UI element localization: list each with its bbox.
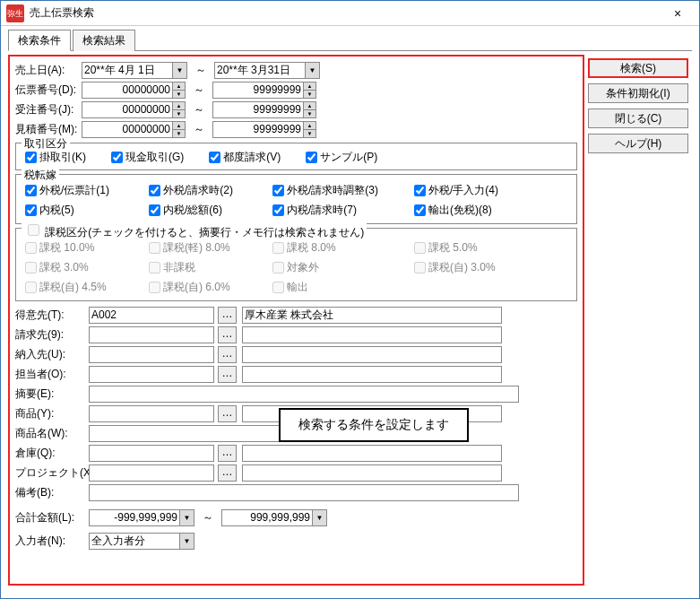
product-code[interactable] [89,405,214,422]
cb-tax-3[interactable]: 外税/手入力(4) [410,180,527,200]
close-icon[interactable]: × [661,3,694,24]
cb-class-5: 課税 3.0% [22,257,138,277]
label-estno: 見積番号(M): [15,122,82,137]
app-logo: 弥生 [6,4,24,22]
group-transaction-type: 取引区分 掛取引(K) 現金取引(G) 都度請求(V) サンプル(P) [15,143,577,170]
cb-class-1: 課税 10.0% [22,238,138,257]
slipno-from[interactable]: ▲▼ [82,82,186,99]
orderno-from[interactable]: ▲▼ [82,101,186,118]
cb-class-9: 課税(自) 4.5% [22,277,138,297]
label-orderno: 受注番号(J): [15,102,82,117]
shipto-lookup-button[interactable]: … [218,346,237,363]
label-inputuser: 入力者(N): [15,534,89,549]
cb-tax-7[interactable]: 輸出(免税)(8) [410,200,527,220]
project-code[interactable] [89,464,214,482]
estno-from[interactable]: ▲▼ [82,121,186,138]
chevron-down-icon[interactable]: ▼ [179,510,194,525]
estno-to[interactable]: ▲▼ [212,121,316,138]
customer-code[interactable]: A002 [89,307,214,324]
cb-tax-6[interactable]: 内税/請求時(7) [269,200,403,220]
cb-tax-5[interactable]: 内税/総額(6) [145,200,262,220]
date-to[interactable]: ▼ [214,62,320,79]
inputuser-select[interactable]: ▼ [89,533,194,550]
project-lookup-button[interactable]: … [218,464,237,482]
cb-class-3: 課税 8.0% [269,238,403,257]
chevron-down-icon[interactable]: ▼ [179,534,194,549]
cb-tax-1[interactable]: 外税/請求時(2) [145,180,262,200]
billto-name[interactable] [242,326,502,343]
product-lookup-button[interactable]: … [218,405,237,422]
slipno-to[interactable]: ▲▼ [212,82,316,99]
summary-field[interactable] [89,386,519,403]
cb-class-4: 課税 5.0% [410,238,527,257]
cb-tax-2[interactable]: 外税/請求時調整(3) [269,180,403,200]
tooltip-callout: 検索する条件を設定します [279,408,469,442]
customer-lookup-button[interactable]: … [218,307,237,324]
cb-tax-4[interactable]: 内税(5) [22,200,138,220]
date-from[interactable]: ▼ [82,62,187,79]
warehouse-name[interactable] [242,445,502,462]
chevron-down-icon[interactable]: ▼ [305,63,319,78]
label-productName: 商品名(W): [15,426,89,441]
tab-results[interactable]: 検索結果 [73,30,135,51]
cb-trans-2[interactable]: 都度請求(V) [205,149,281,166]
label-project: プロジェクト(X): [15,465,89,481]
cb-class-8: 課税(自) 3.0% [410,257,527,277]
label-shipto: 納入先(U): [15,347,89,362]
label-warehouse: 倉庫(Q): [15,446,89,461]
label-slipno: 伝票番号(D): [15,82,82,98]
group-tax-class: 課税区分(チェックを付けると、摘要行・メモ行は検索されません) 課税 10.0%… [15,228,577,301]
label-date: 売上日(A): [15,63,82,78]
window-title: 売上伝票検索 [30,5,661,21]
cb-tax-0[interactable]: 外税/伝票計(1) [22,180,138,200]
amount-to[interactable]: ▼ [221,509,327,526]
billto-code[interactable] [89,326,214,343]
cb-class-6: 非課税 [145,257,262,277]
label-assignee: 担当者(O): [15,367,89,382]
tabbar: 検索条件 検索結果 [8,29,692,51]
spin-down-icon[interactable]: ▼ [173,91,185,98]
label-amount: 合計金額(L): [15,510,89,525]
reset-button[interactable]: 条件初期化(I) [588,83,688,103]
label-product: 商品(Y): [15,406,89,421]
assignee-code[interactable] [89,366,214,383]
shipto-name[interactable] [242,346,502,363]
billto-lookup-button[interactable]: … [218,326,237,343]
chevron-down-icon[interactable]: ▼ [172,63,186,78]
chevron-down-icon[interactable]: ▼ [312,510,326,525]
orderno-to[interactable]: ▲▼ [212,101,316,118]
cb-class-10: 課税(自) 6.0% [145,277,262,297]
spin-up-icon[interactable]: ▲ [173,82,185,91]
warehouse-code[interactable] [89,445,214,462]
cb-class-7: 対象外 [269,257,403,277]
cb-trans-3[interactable]: サンプル(P) [302,149,377,166]
cb-class-11: 輸出 [269,277,403,297]
amount-from[interactable]: ▼ [89,509,194,526]
label-summary: 摘要(E): [15,386,89,402]
close-button[interactable]: 閉じる(C) [588,109,688,128]
project-name[interactable] [242,464,502,482]
tab-conditions[interactable]: 検索条件 [8,30,71,51]
cb-class-2: 課税(軽) 8.0% [145,238,262,257]
assignee-name[interactable] [242,366,502,383]
group-tax-shift: 税転嫁 外税/伝票計(1) 外税/請求時(2) 外税/請求時調整(3) 外税/手… [15,174,577,224]
customer-name[interactable]: 厚木産業 株式会社 [242,307,502,324]
taxclass-master-checkbox[interactable] [28,224,39,236]
warehouse-lookup-button[interactable]: … [218,445,237,462]
label-customer: 得意先(T): [15,308,89,323]
label-billto: 請求先(9): [15,327,89,343]
label-remark: 備考(B): [15,485,89,500]
search-button[interactable]: 検索(S) [588,58,688,78]
cb-trans-1[interactable]: 現金取引(G) [108,149,184,166]
shipto-code[interactable] [89,346,214,363]
help-button[interactable]: ヘルプ(H) [588,134,688,153]
remark-field[interactable] [89,484,519,501]
assignee-lookup-button[interactable]: … [218,366,237,383]
